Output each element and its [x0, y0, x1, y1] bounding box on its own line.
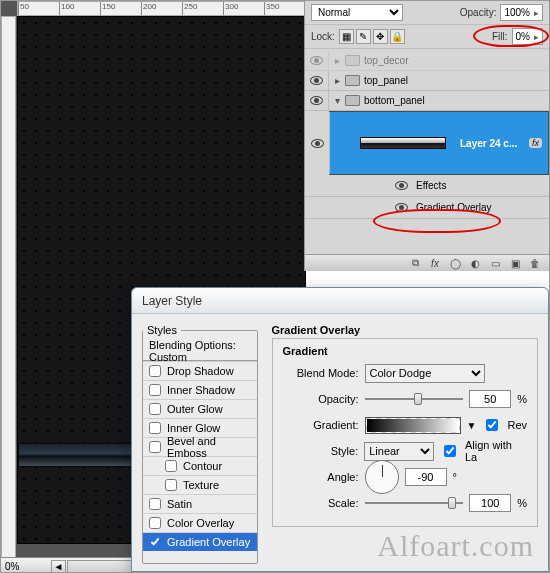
layer-name: top_decor [364, 55, 408, 66]
folder-icon [345, 55, 360, 66]
ruler-mark: 100 [59, 2, 100, 15]
align-checkbox[interactable] [444, 445, 456, 457]
ruler-vertical [1, 16, 16, 561]
layer-fill-field[interactable]: 0%▸ [512, 28, 543, 45]
blend-mode-label: Blend Mode: [283, 367, 359, 379]
checkbox[interactable] [149, 536, 161, 548]
gradient-label: Gradient: [283, 419, 359, 431]
lock-all-icon[interactable]: 🔒 [390, 29, 405, 44]
opacity-label: Opacity: [283, 393, 359, 405]
style-inner-shadow[interactable]: Inner Shadow [143, 380, 257, 399]
angle-dial[interactable] [365, 460, 399, 494]
checkbox[interactable] [149, 441, 161, 453]
visibility-icon[interactable] [310, 76, 323, 85]
checkbox[interactable] [149, 365, 161, 377]
perc: % [517, 393, 527, 405]
zoom-readout[interactable]: 0% [1, 561, 51, 572]
effect-name: Gradient Overlay [416, 202, 492, 213]
gradient-style-select[interactable]: Linear [364, 442, 434, 461]
layer-row-top-panel[interactable]: ▸ top_panel [305, 71, 549, 91]
opacity-label: Opacity: [460, 7, 497, 18]
gradient-overlay-options: Gradient Overlay Gradient Blend Mode: Co… [272, 324, 538, 564]
gradient-swatch[interactable] [365, 417, 461, 434]
new-group-icon[interactable]: ▭ [487, 257, 503, 270]
layer-blend-mode-select[interactable]: Normal [311, 4, 403, 21]
reverse-label: Rev [507, 419, 527, 431]
checkbox[interactable] [149, 498, 161, 510]
effect-gradient-overlay-row[interactable]: Gradient Overlay [305, 197, 549, 219]
scale-value[interactable] [469, 494, 511, 512]
layer-row-bottom-panel[interactable]: ▾ bottom_panel [305, 91, 549, 111]
fx-badge[interactable]: fx [529, 138, 542, 148]
layer-name: bottom_panel [364, 95, 425, 106]
checkbox[interactable] [149, 384, 161, 396]
style-bevel-emboss[interactable]: Bevel and Emboss [143, 437, 257, 456]
fx-button-icon[interactable]: fx [427, 257, 443, 270]
degree-symbol: ° [453, 471, 457, 483]
adjustment-icon[interactable]: ◐ [467, 257, 483, 270]
style-gradient-overlay[interactable]: Gradient Overlay [143, 532, 257, 551]
checkbox[interactable] [165, 460, 177, 472]
checkbox[interactable] [149, 422, 161, 434]
align-label: Align with La [465, 439, 527, 463]
disclosure-open-icon[interactable]: ▾ [329, 95, 345, 106]
lock-label: Lock: [311, 31, 335, 42]
layers-footer: ⧉ fx ◯ ◐ ▭ ▣ 🗑 [305, 254, 549, 271]
style-color-overlay[interactable]: Color Overlay [143, 513, 257, 532]
checkbox[interactable] [149, 517, 161, 529]
lock-image-icon[interactable]: ✎ [356, 29, 371, 44]
section-title: Gradient Overlay [272, 324, 538, 336]
effects-row[interactable]: Effects [305, 175, 549, 197]
disclosure-icon[interactable]: ▸ [329, 75, 345, 86]
selected-layer-name: Layer 24 c... [460, 138, 517, 149]
lock-transparent-icon[interactable]: ▦ [339, 29, 354, 44]
layers-panel: Normal Opacity: 100%▸ Lock: ▦ ✎ ✥ 🔒 Fill… [304, 1, 549, 271]
perc: % [517, 497, 527, 509]
folder-icon [345, 95, 360, 106]
layer-thumbnail [360, 137, 446, 149]
canvas-glossy-bar [18, 443, 140, 467]
visibility-icon[interactable] [395, 203, 408, 212]
checkbox[interactable] [149, 403, 161, 415]
style-outer-glow[interactable]: Outer Glow [143, 399, 257, 418]
new-layer-icon[interactable]: ▣ [507, 257, 523, 270]
disclosure-icon[interactable]: ▸ [329, 55, 345, 66]
blend-mode-select[interactable]: Color Dodge [365, 364, 485, 383]
ruler-horizontal: 50 100 150 200 250 300 350 [17, 1, 306, 16]
selected-layer[interactable]: Layer 24 c... fx [329, 111, 549, 175]
delete-layer-icon[interactable]: 🗑 [527, 257, 543, 270]
link-layers-icon[interactable]: ⧉ [407, 257, 423, 270]
style-satin[interactable]: Satin [143, 494, 257, 513]
ruler-mark: 300 [223, 2, 264, 15]
opacity-slider[interactable] [365, 392, 464, 406]
style-blending-options[interactable]: Blending Options: Custom [143, 342, 257, 361]
visibility-icon[interactable] [310, 96, 323, 105]
scroll-left-button[interactable]: ◄ [51, 560, 66, 573]
visibility-icon[interactable] [395, 181, 408, 190]
styles-legend: Styles [143, 324, 181, 336]
style-field-label: Style: [283, 445, 359, 457]
style-texture[interactable]: Texture [143, 475, 257, 494]
effects-label: Effects [416, 180, 446, 191]
lock-buttons: ▦ ✎ ✥ 🔒 [339, 29, 405, 44]
scale-slider[interactable] [365, 496, 464, 510]
visibility-icon[interactable] [310, 56, 323, 65]
layer-opacity-field[interactable]: 100%▸ [500, 4, 543, 21]
ruler-mark: 200 [141, 2, 182, 15]
reverse-checkbox[interactable] [486, 419, 498, 431]
lock-position-icon[interactable]: ✥ [373, 29, 388, 44]
sub-title: Gradient [283, 345, 527, 357]
dialog-title[interactable]: Layer Style [132, 288, 548, 314]
visibility-icon[interactable] [311, 139, 324, 148]
fill-label: Fill: [492, 31, 508, 42]
angle-value[interactable] [405, 468, 447, 486]
layer-name: top_panel [364, 75, 408, 86]
style-drop-shadow[interactable]: Drop Shadow [143, 361, 257, 380]
layer-row-top-decor[interactable]: ▸ top_decor [305, 51, 549, 71]
ruler-mark: 50 [18, 2, 59, 15]
mask-icon[interactable]: ◯ [447, 257, 463, 270]
scale-label: Scale: [283, 497, 359, 509]
checkbox[interactable] [165, 479, 177, 491]
layer-style-dialog: Layer Style Styles Blending Options: Cus… [131, 287, 549, 572]
opacity-value[interactable] [469, 390, 511, 408]
